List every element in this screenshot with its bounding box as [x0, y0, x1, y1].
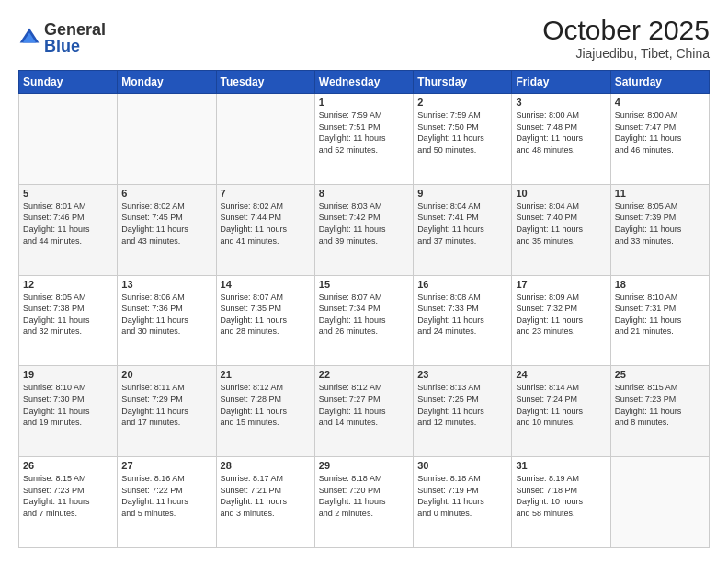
- day-info: Sunrise: 8:15 AM Sunset: 7:23 PM Dayligh…: [615, 382, 705, 428]
- day-cell: 30Sunrise: 8:18 AM Sunset: 7:19 PM Dayli…: [414, 457, 512, 548]
- calendar-body: 1Sunrise: 7:59 AM Sunset: 7:51 PM Daylig…: [19, 94, 710, 548]
- location: Jiajuedibu, Tibet, China: [542, 46, 710, 61]
- day-number: 9: [417, 188, 507, 199]
- header: General Blue October 2025 Jiajuedibu, Ti…: [18, 15, 710, 61]
- logo-icon: [18, 27, 40, 49]
- day-info: Sunrise: 8:18 AM Sunset: 7:19 PM Dayligh…: [417, 473, 507, 519]
- day-number: 15: [319, 279, 409, 290]
- day-cell: 24Sunrise: 8:14 AM Sunset: 7:24 PM Dayli…: [512, 366, 610, 457]
- day-number: 29: [319, 460, 409, 471]
- week-row-0: 1Sunrise: 7:59 AM Sunset: 7:51 PM Daylig…: [19, 94, 710, 185]
- day-info: Sunrise: 8:09 AM Sunset: 7:32 PM Dayligh…: [516, 292, 606, 338]
- day-number: 1: [319, 97, 409, 108]
- day-number: 31: [516, 460, 606, 471]
- day-number: 20: [121, 369, 211, 380]
- day-info: Sunrise: 8:08 AM Sunset: 7:33 PM Dayligh…: [417, 292, 507, 338]
- day-cell: 21Sunrise: 8:12 AM Sunset: 7:28 PM Dayli…: [216, 366, 314, 457]
- day-number: 25: [615, 369, 705, 380]
- day-number: 14: [221, 279, 311, 290]
- day-info: Sunrise: 7:59 AM Sunset: 7:51 PM Dayligh…: [319, 109, 409, 155]
- day-number: 16: [417, 279, 507, 290]
- day-number: 3: [516, 97, 606, 108]
- day-cell: 27Sunrise: 8:16 AM Sunset: 7:22 PM Dayli…: [118, 457, 216, 548]
- day-cell: [19, 94, 118, 185]
- day-info: Sunrise: 8:02 AM Sunset: 7:44 PM Dayligh…: [221, 201, 311, 247]
- day-cell: 26Sunrise: 8:15 AM Sunset: 7:23 PM Dayli…: [19, 457, 118, 548]
- day-cell: 25Sunrise: 8:15 AM Sunset: 7:23 PM Dayli…: [610, 366, 709, 457]
- day-cell: 18Sunrise: 8:10 AM Sunset: 7:31 PM Dayli…: [610, 275, 709, 366]
- week-row-4: 26Sunrise: 8:15 AM Sunset: 7:23 PM Dayli…: [19, 457, 710, 548]
- day-number: 26: [23, 460, 113, 471]
- logo-text: General Blue: [44, 21, 106, 54]
- day-info: Sunrise: 8:07 AM Sunset: 7:34 PM Dayligh…: [319, 292, 409, 338]
- day-cell: 15Sunrise: 8:07 AM Sunset: 7:34 PM Dayli…: [314, 275, 413, 366]
- week-row-3: 19Sunrise: 8:10 AM Sunset: 7:30 PM Dayli…: [19, 366, 710, 457]
- day-info: Sunrise: 8:10 AM Sunset: 7:30 PM Dayligh…: [23, 382, 113, 428]
- day-info: Sunrise: 8:03 AM Sunset: 7:42 PM Dayligh…: [319, 201, 409, 247]
- logo-blue: Blue: [44, 38, 106, 54]
- day-number: 12: [23, 279, 113, 290]
- day-number: 8: [319, 188, 409, 199]
- day-cell: 7Sunrise: 8:02 AM Sunset: 7:44 PM Daylig…: [216, 184, 314, 275]
- day-cell: 28Sunrise: 8:17 AM Sunset: 7:21 PM Dayli…: [216, 457, 314, 548]
- day-number: 27: [121, 460, 211, 471]
- day-header-sunday: Sunday: [19, 71, 118, 94]
- day-number: 5: [23, 188, 113, 199]
- day-info: Sunrise: 8:11 AM Sunset: 7:29 PM Dayligh…: [121, 382, 211, 428]
- day-info: Sunrise: 8:18 AM Sunset: 7:20 PM Dayligh…: [319, 473, 409, 519]
- day-info: Sunrise: 8:17 AM Sunset: 7:21 PM Dayligh…: [221, 473, 311, 519]
- day-header-friday: Friday: [512, 71, 610, 94]
- day-cell: 13Sunrise: 8:06 AM Sunset: 7:36 PM Dayli…: [118, 275, 216, 366]
- day-cell: 17Sunrise: 8:09 AM Sunset: 7:32 PM Dayli…: [512, 275, 610, 366]
- day-info: Sunrise: 8:04 AM Sunset: 7:40 PM Dayligh…: [516, 201, 606, 247]
- day-cell: 31Sunrise: 8:19 AM Sunset: 7:18 PM Dayli…: [512, 457, 610, 548]
- day-info: Sunrise: 8:00 AM Sunset: 7:48 PM Dayligh…: [516, 109, 606, 155]
- day-info: Sunrise: 8:10 AM Sunset: 7:31 PM Dayligh…: [615, 292, 705, 338]
- day-info: Sunrise: 8:12 AM Sunset: 7:27 PM Dayligh…: [319, 382, 409, 428]
- day-cell: [216, 94, 314, 185]
- day-number: 11: [615, 188, 705, 199]
- day-info: Sunrise: 8:15 AM Sunset: 7:23 PM Dayligh…: [23, 473, 113, 519]
- day-cell: 14Sunrise: 8:07 AM Sunset: 7:35 PM Dayli…: [216, 275, 314, 366]
- day-number: 30: [417, 460, 507, 471]
- day-cell: 9Sunrise: 8:04 AM Sunset: 7:41 PM Daylig…: [414, 184, 512, 275]
- day-number: 22: [319, 369, 409, 380]
- day-cell: 19Sunrise: 8:10 AM Sunset: 7:30 PM Dayli…: [19, 366, 118, 457]
- day-number: 4: [615, 97, 705, 108]
- day-cell: 10Sunrise: 8:04 AM Sunset: 7:40 PM Dayli…: [512, 184, 610, 275]
- header-row: SundayMondayTuesdayWednesdayThursdayFrid…: [19, 71, 710, 94]
- day-info: Sunrise: 8:04 AM Sunset: 7:41 PM Dayligh…: [417, 201, 507, 247]
- day-number: 6: [121, 188, 211, 199]
- day-info: Sunrise: 8:05 AM Sunset: 7:39 PM Dayligh…: [615, 201, 705, 247]
- day-cell: [610, 457, 709, 548]
- day-cell: 11Sunrise: 8:05 AM Sunset: 7:39 PM Dayli…: [610, 184, 709, 275]
- day-cell: 12Sunrise: 8:05 AM Sunset: 7:38 PM Dayli…: [19, 275, 118, 366]
- day-info: Sunrise: 8:13 AM Sunset: 7:25 PM Dayligh…: [417, 382, 507, 428]
- day-number: 13: [121, 279, 211, 290]
- day-info: Sunrise: 7:59 AM Sunset: 7:50 PM Dayligh…: [417, 109, 507, 155]
- day-number: 2: [417, 97, 507, 108]
- day-cell: 23Sunrise: 8:13 AM Sunset: 7:25 PM Dayli…: [414, 366, 512, 457]
- day-header-saturday: Saturday: [610, 71, 709, 94]
- day-info: Sunrise: 8:07 AM Sunset: 7:35 PM Dayligh…: [221, 292, 311, 338]
- day-cell: 4Sunrise: 8:00 AM Sunset: 7:47 PM Daylig…: [610, 94, 709, 185]
- day-cell: 1Sunrise: 7:59 AM Sunset: 7:51 PM Daylig…: [314, 94, 413, 185]
- day-cell: 29Sunrise: 8:18 AM Sunset: 7:20 PM Dayli…: [314, 457, 413, 548]
- day-number: 24: [516, 369, 606, 380]
- day-info: Sunrise: 8:12 AM Sunset: 7:28 PM Dayligh…: [221, 382, 311, 428]
- day-info: Sunrise: 8:14 AM Sunset: 7:24 PM Dayligh…: [516, 382, 606, 428]
- day-number: 21: [221, 369, 311, 380]
- logo-general: General: [44, 21, 106, 38]
- calendar-header: SundayMondayTuesdayWednesdayThursdayFrid…: [19, 71, 710, 94]
- day-cell: 22Sunrise: 8:12 AM Sunset: 7:27 PM Dayli…: [314, 366, 413, 457]
- day-number: 23: [417, 369, 507, 380]
- day-cell: 8Sunrise: 8:03 AM Sunset: 7:42 PM Daylig…: [314, 184, 413, 275]
- logo: General Blue: [18, 21, 106, 54]
- week-row-1: 5Sunrise: 8:01 AM Sunset: 7:46 PM Daylig…: [19, 184, 710, 275]
- day-cell: 3Sunrise: 8:00 AM Sunset: 7:48 PM Daylig…: [512, 94, 610, 185]
- month-title: October 2025: [542, 15, 710, 46]
- day-cell: 6Sunrise: 8:02 AM Sunset: 7:45 PM Daylig…: [118, 184, 216, 275]
- day-info: Sunrise: 8:05 AM Sunset: 7:38 PM Dayligh…: [23, 292, 113, 338]
- page: General Blue October 2025 Jiajuedibu, Ti…: [0, 0, 728, 563]
- day-info: Sunrise: 8:01 AM Sunset: 7:46 PM Dayligh…: [23, 201, 113, 247]
